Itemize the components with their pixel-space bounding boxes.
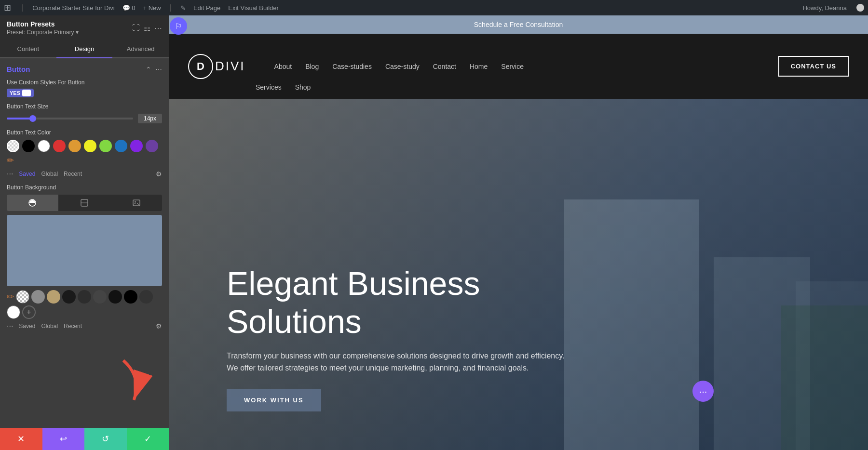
- cancel-button[interactable]: ✕: [0, 428, 42, 450]
- color-swatch-black[interactable]: [22, 140, 35, 152]
- wp-logo-icon[interactable]: ⊞: [4, 2, 11, 13]
- bg-swatch-white[interactable]: [7, 305, 20, 319]
- use-custom-label: Use Custom Styles For Button: [7, 79, 162, 86]
- float-dots-button[interactable]: ···: [692, 381, 714, 402]
- color-swatch-white[interactable]: [38, 140, 50, 152]
- nav-links: About Blog Case-studies Case-study Conta…: [274, 63, 778, 70]
- tab-content[interactable]: Content: [0, 40, 56, 58]
- slider-thumb[interactable]: [29, 115, 36, 122]
- bg-swatch-transparent[interactable]: [16, 290, 29, 304]
- nav-link-shop[interactable]: Shop: [295, 83, 311, 91]
- more-dots[interactable]: ···: [7, 170, 13, 178]
- exit-builder-link[interactable]: Exit Visual Builder: [228, 4, 279, 12]
- color-swatch-purple[interactable]: [130, 140, 143, 152]
- bg-swatch-gray[interactable]: [31, 290, 45, 304]
- main-site-preview: ⚐ Schedule a Free Consultation D DIVI Ab…: [169, 15, 868, 450]
- reset-button[interactable]: ↩: [42, 428, 85, 450]
- site-name[interactable]: Corporate Starter Site for Divi: [32, 4, 115, 12]
- section-title: Button: [7, 65, 30, 73]
- color-swatch-orange[interactable]: [68, 140, 81, 152]
- tab-advanced[interactable]: Advanced: [112, 40, 169, 58]
- bg-swatch-dark1[interactable]: [62, 290, 76, 304]
- use-custom-toggle[interactable]: YES: [7, 89, 34, 97]
- columns-icon[interactable]: ⚏: [144, 24, 150, 33]
- slider-fill: [7, 118, 32, 119]
- nav-link-home[interactable]: Home: [470, 63, 488, 70]
- nav-link-casestudy[interactable]: Case-study: [385, 63, 420, 70]
- hero-section: Elegant Business Solutions Transform you…: [169, 99, 868, 450]
- bg-swatch-dark4[interactable]: [108, 290, 122, 304]
- site-logo[interactable]: D DIVI: [188, 54, 245, 79]
- recent-tab[interactable]: Recent: [64, 171, 82, 177]
- reset-icon: ↩: [60, 434, 67, 444]
- add-swatch-btn[interactable]: +: [22, 305, 36, 319]
- hero-subtitle: Transform your business with our compreh…: [227, 350, 574, 374]
- bg-pencil-icon[interactable]: ✏: [7, 291, 14, 302]
- bg-color-swatches: ✏ +: [7, 290, 162, 319]
- collapse-icon[interactable]: ⌃: [146, 66, 151, 73]
- edit-page-link[interactable]: Edit Page: [193, 4, 220, 12]
- divi-float-button[interactable]: ⚐: [170, 17, 187, 35]
- bg-swatch-dark2[interactable]: [78, 290, 91, 304]
- save-icon: ✓: [144, 434, 151, 444]
- button-background-label: Button Background: [7, 184, 162, 191]
- panel-title: Button Presets: [7, 20, 79, 28]
- toggle-handle: [22, 90, 31, 96]
- tab-design[interactable]: Design: [56, 40, 113, 58]
- button-presets-panel: Button Presets Preset: Corporate Primary…: [0, 15, 169, 450]
- bg-recent-tab[interactable]: Recent: [64, 323, 82, 330]
- panel-subtitle[interactable]: Preset: Corporate Primary ▾: [7, 29, 79, 36]
- color-swatch-transparent[interactable]: [7, 140, 19, 152]
- schedule-bar-text[interactable]: Schedule a Free Consultation: [474, 21, 563, 28]
- color-swatch-dark-purple[interactable]: [146, 140, 158, 152]
- hero-cta-button[interactable]: WORK WITH US: [227, 389, 321, 411]
- nav-link-services[interactable]: Services: [256, 83, 282, 91]
- global-tab[interactable]: Global: [41, 171, 58, 177]
- bg-swatch-dark3[interactable]: [93, 290, 107, 304]
- slider-track[interactable]: [7, 118, 133, 119]
- nav-link-about[interactable]: About: [274, 63, 292, 70]
- more-icon[interactable]: ⋯: [154, 24, 162, 33]
- save-button[interactable]: ✓: [127, 428, 169, 450]
- button-text-color-label: Button Text Color: [7, 129, 162, 136]
- user-avatar: [856, 4, 864, 12]
- comment-icon[interactable]: 💬 0: [122, 4, 136, 12]
- bg-type-row: [7, 195, 162, 211]
- bg-swatch-black[interactable]: [124, 290, 137, 304]
- panel-content: Button ⌃ ⋯ Use Custom Styles For Button …: [0, 58, 169, 428]
- bg-color-btn[interactable]: [7, 195, 58, 211]
- edit-icon: ✎: [180, 4, 186, 12]
- saved-tab[interactable]: Saved: [19, 171, 35, 177]
- nav-link-casestudies[interactable]: Case-studies: [332, 63, 372, 70]
- bg-global-tab[interactable]: Global: [41, 323, 58, 330]
- section-more-icon[interactable]: ⋯: [155, 66, 162, 73]
- color-swatch-green[interactable]: [99, 140, 112, 152]
- slider-value[interactable]: 14px: [138, 114, 162, 123]
- fullscreen-icon[interactable]: ⛶: [132, 24, 140, 32]
- bg-image-btn[interactable]: [110, 195, 162, 211]
- button-text-size-slider-row: 14px: [7, 114, 162, 123]
- bg-swatch-dark5[interactable]: [139, 290, 153, 304]
- new-post-link[interactable]: + New: [143, 4, 161, 12]
- nav-link-service[interactable]: Service: [501, 63, 524, 70]
- bg-settings-icon[interactable]: ⚙: [156, 322, 162, 330]
- nav-link-blog[interactable]: Blog: [305, 63, 319, 70]
- panel-footer: ✕ ↩ ↺ ✓: [0, 428, 169, 450]
- color-settings-icon[interactable]: ⚙: [156, 170, 162, 178]
- redo-button[interactable]: ↺: [84, 428, 127, 450]
- pencil-icon[interactable]: ✏: [7, 155, 14, 166]
- nav-link-contact[interactable]: Contact: [433, 63, 456, 70]
- howdy-label: Howdy, Deanna: [802, 4, 847, 12]
- color-swatch-red[interactable]: [53, 140, 66, 152]
- logo-wordmark: DIVI: [215, 59, 245, 74]
- contact-us-button[interactable]: CONTACT US: [778, 56, 849, 77]
- bg-saved-tab[interactable]: Saved: [19, 323, 35, 330]
- cancel-icon: ✕: [17, 434, 25, 444]
- color-swatch-yellow[interactable]: [84, 140, 96, 152]
- logo-circle: D: [188, 54, 213, 79]
- bg-gradient-btn[interactable]: [59, 195, 110, 211]
- bg-swatch-tan[interactable]: [47, 290, 60, 304]
- color-swatch-blue[interactable]: [115, 140, 127, 152]
- color-preview-box[interactable]: [7, 215, 162, 286]
- bg-more-dots[interactable]: ···: [7, 322, 13, 331]
